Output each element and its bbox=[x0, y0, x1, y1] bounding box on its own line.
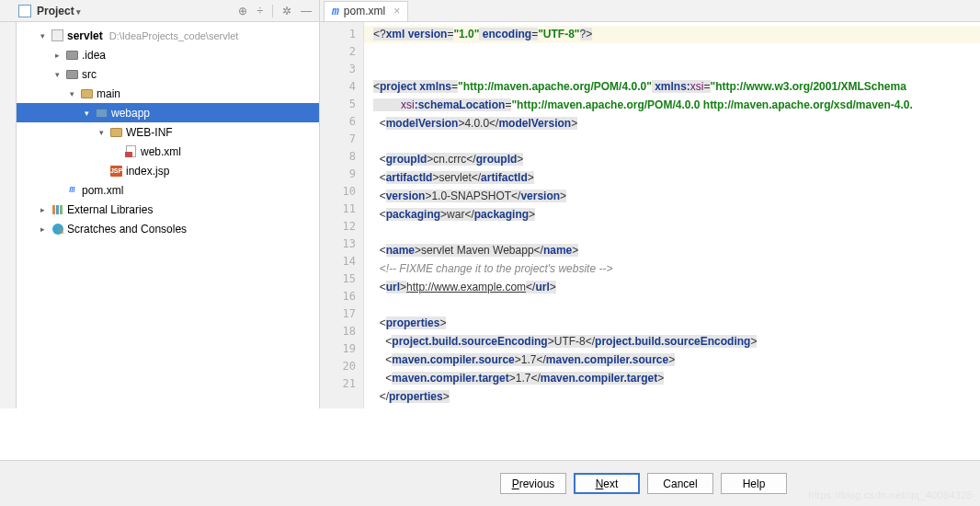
tab-pom[interactable]: m pom.xml × bbox=[324, 1, 408, 21]
separator bbox=[272, 5, 273, 17]
cancel-button[interactable]: Cancel bbox=[647, 473, 713, 494]
hide-icon[interactable]: — bbox=[301, 5, 312, 17]
collapse-icon[interactable]: ÷ bbox=[256, 5, 263, 17]
tree-webapp[interactable]: ▾webapp bbox=[17, 103, 319, 122]
tree-ext-lib[interactable]: ▸External Libraries bbox=[17, 200, 319, 219]
editor-tabs: m pom.xml × bbox=[320, 0, 980, 21]
project-header: Project ⊕ ÷ ✲ — bbox=[0, 0, 320, 21]
svg-rect-2 bbox=[60, 205, 63, 214]
help-button[interactable]: Help bbox=[721, 473, 787, 494]
tree-src[interactable]: ▾src bbox=[17, 64, 319, 84]
close-icon[interactable]: × bbox=[393, 5, 400, 17]
tree-indexjsp[interactable]: JSPindex.jsp bbox=[17, 161, 319, 180]
line-gutter: 123456789101112131415161718192021 bbox=[320, 22, 364, 408]
svg-rect-1 bbox=[56, 205, 59, 214]
project-tree[interactable]: ▾servletD:\IdeaProjects_code\servlet ▸.i… bbox=[17, 22, 320, 408]
tab-label: pom.xml bbox=[344, 5, 385, 17]
tree-main[interactable]: ▾main bbox=[17, 84, 319, 103]
tree-root[interactable]: ▾servletD:\IdeaProjects_code\servlet bbox=[17, 26, 319, 45]
previous-button[interactable]: Previous bbox=[500, 473, 566, 494]
tree-webxml[interactable]: web.xml bbox=[17, 142, 319, 161]
maven-icon: m bbox=[332, 5, 339, 18]
code-area[interactable]: <?xml version="1.0" encoding="UTF-8"?> <… bbox=[364, 22, 980, 408]
code-editor[interactable]: 123456789101112131415161718192021 <?xml … bbox=[320, 22, 980, 408]
project-dropdown[interactable]: Project bbox=[37, 5, 81, 17]
project-icon bbox=[18, 5, 31, 17]
locate-icon[interactable]: ⊕ bbox=[238, 5, 247, 17]
svg-rect-0 bbox=[52, 205, 55, 214]
tree-pom[interactable]: mpom.xml bbox=[17, 180, 319, 200]
tree-webinf[interactable]: ▾WEB-INF bbox=[17, 122, 319, 142]
gear-icon[interactable]: ✲ bbox=[282, 5, 291, 17]
watermark: https://blog.csdn.net/qq_40084325 bbox=[808, 489, 973, 500]
next-button[interactable]: Next bbox=[574, 473, 640, 494]
tree-idea[interactable]: ▸.idea bbox=[17, 45, 319, 64]
maven-icon: m bbox=[65, 183, 79, 197]
library-icon bbox=[51, 202, 64, 216]
left-rail bbox=[0, 22, 17, 408]
tree-scratch[interactable]: ▸Scratches and Consoles bbox=[17, 219, 319, 238]
